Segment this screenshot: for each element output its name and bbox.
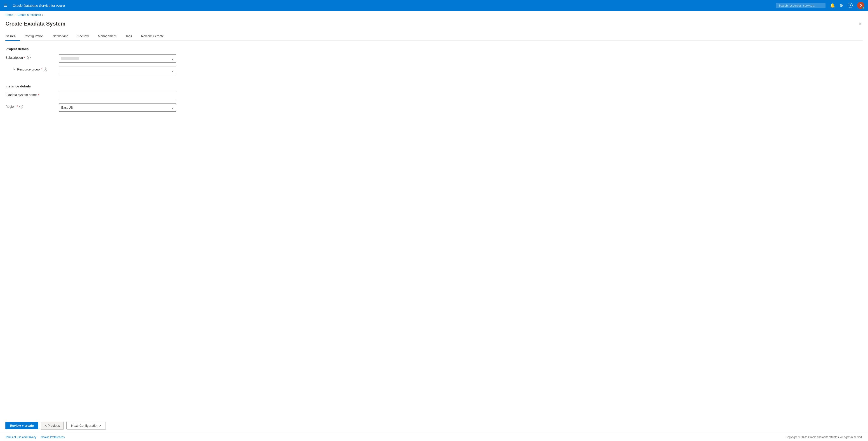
region-info-icon[interactable]: i [20, 105, 23, 108]
resource-group-select[interactable] [59, 66, 176, 74]
breadcrumb-create-resource[interactable]: Create a resource [18, 13, 41, 17]
region-select[interactable]: East US West US West Europe East Asia [59, 103, 176, 112]
copyright: Copyright © 2022, Oracle and/or its affi… [785, 436, 863, 439]
resource-group-info-icon[interactable]: i [43, 68, 47, 71]
exadata-name-row: Exadata system name * [5, 92, 863, 100]
breadcrumb: Home > Create a resource > [0, 11, 868, 19]
review-create-button[interactable]: Review + create [5, 422, 38, 429]
terms-link[interactable]: Terms of Use and Privacy [5, 436, 36, 439]
bell-icon[interactable]: 🔔 [830, 3, 835, 7]
tab-management[interactable]: Management [93, 32, 121, 41]
breadcrumb-home[interactable]: Home [5, 13, 13, 17]
page-title: Create Exadata System [5, 21, 65, 27]
tabs: Basics Configuration Networking Security… [5, 32, 863, 41]
app-title: Oracle Database Service for Azure [13, 4, 772, 7]
next-button[interactable]: Next: Configuration > [66, 422, 106, 430]
resource-group-control [59, 66, 176, 74]
resource-group-select-wrapper [59, 66, 176, 74]
page-header: Create Exadata System × [5, 19, 863, 32]
resource-group-required: * [41, 68, 42, 71]
instance-details-title: Instance details [5, 84, 863, 88]
exadata-name-label: Exadata system name * [5, 92, 55, 97]
subscription-required: * [24, 56, 25, 59]
breadcrumb-sep-2: > [42, 13, 43, 16]
tab-security[interactable]: Security [73, 32, 93, 41]
gear-icon[interactable]: ⚙ [839, 3, 843, 7]
breadcrumb-sep-1: > [15, 13, 16, 16]
region-row: Region * i East US West US West Europe E… [5, 103, 863, 112]
subscription-label: Subscription * i [5, 55, 55, 59]
previous-button[interactable]: < Previous [41, 422, 64, 430]
page-footer: Terms of Use and Privacy Cookie Preferen… [0, 433, 868, 441]
region-required: * [17, 105, 18, 108]
subscription-control [59, 55, 176, 63]
search-input[interactable] [776, 3, 826, 8]
avatar-status-dot [862, 7, 864, 9]
exadata-name-control [59, 92, 176, 100]
subscription-select[interactable] [59, 55, 176, 63]
resource-group-row: └ Resource group * i [13, 66, 863, 74]
cookie-link[interactable]: Cookie Preferences [41, 436, 65, 439]
region-control: East US West US West Europe East Asia [59, 103, 176, 112]
topnav: ☰ Oracle Database Service for Azure 🔔 ⚙ … [0, 0, 868, 11]
topnav-icons: 🔔 ⚙ ? D [776, 2, 864, 9]
avatar[interactable]: D [857, 2, 864, 9]
project-details-title: Project details [5, 47, 863, 51]
main-content: Create Exadata System × Basics Configura… [0, 19, 868, 418]
subscription-row: Subscription * i [5, 55, 863, 63]
tab-networking[interactable]: Networking [48, 32, 73, 41]
avatar-initials: D [860, 4, 862, 7]
footer-links: Terms of Use and Privacy Cookie Preferen… [5, 436, 65, 439]
project-details-section: Project details Subscription * i [5, 47, 863, 78]
subscription-info-icon[interactable]: i [27, 56, 31, 59]
close-button[interactable]: × [858, 21, 863, 28]
tab-tags[interactable]: Tags [121, 32, 137, 41]
region-select-wrapper: East US West US West Europe East Asia [59, 103, 176, 112]
tab-configuration[interactable]: Configuration [20, 32, 48, 41]
footer-action-bar: Review + create < Previous Next: Configu… [0, 418, 868, 433]
subscription-select-wrapper [59, 55, 176, 63]
resource-group-label: └ Resource group * i [13, 66, 55, 71]
exadata-name-input[interactable] [59, 92, 176, 100]
exadata-name-required: * [38, 93, 39, 97]
tab-review-create[interactable]: Review + create [136, 32, 168, 41]
region-label: Region * i [5, 103, 55, 108]
hamburger-icon[interactable]: ☰ [4, 3, 7, 8]
help-icon[interactable]: ? [848, 3, 852, 8]
instance-details-section: Instance details Exadata system name * R… [5, 84, 863, 115]
tab-basics[interactable]: Basics [5, 32, 20, 41]
